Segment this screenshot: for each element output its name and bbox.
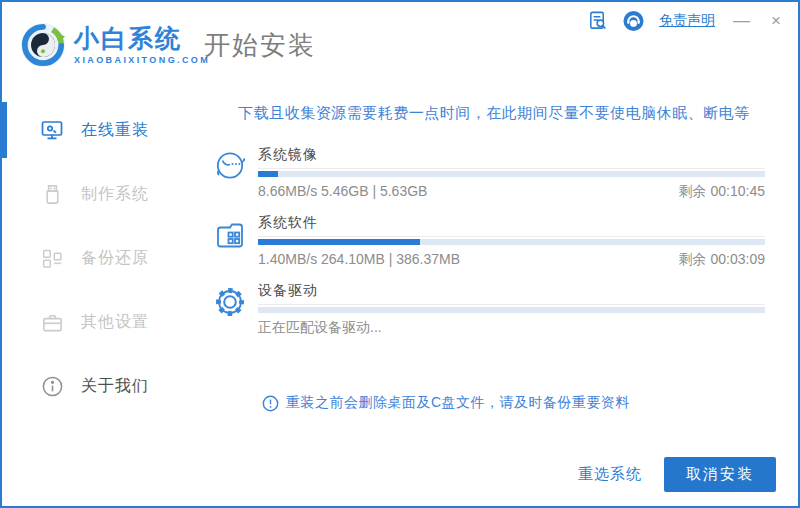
task-row-system-image: 系统镜像 8.66MB/s 5.46GB | 5.63GB 剩余 00:10:4…: [212, 146, 765, 201]
customer-service-icon[interactable]: [623, 10, 644, 31]
toolbox-icon: [40, 310, 64, 334]
header: 小白系统 XIAOBAIXITONG.COM 开始安装: [2, 2, 798, 88]
brand-domain: XIAOBAIXITONG.COM: [74, 55, 210, 65]
task-title: 系统镜像: [258, 146, 765, 164]
monitor-icon: [40, 118, 64, 142]
mascot-face-icon: [212, 148, 248, 184]
warning-text: 下载且收集资源需要耗费一点时间，在此期间尽量不要使电脑休眠、断电等: [200, 104, 788, 123]
task-row-system-software: 系统软件 1.40MB/s 264.10MB | 386.37MB 剩余 00:…: [212, 214, 765, 269]
brand-text: 小白系统 XIAOBAIXITONG.COM: [74, 25, 210, 66]
progress-bar: [258, 307, 765, 313]
sidebar-item-make-system[interactable]: 制作系统: [2, 162, 200, 226]
sidebar-item-label: 备份还原: [81, 248, 149, 269]
brand-logo-icon: [20, 22, 66, 68]
brand-name: 小白系统: [74, 25, 210, 53]
progress-bar: [258, 239, 765, 245]
usb-icon: [40, 182, 64, 206]
folder-apps-icon: [212, 216, 248, 252]
sidebar: 在线重装 制作系统: [2, 88, 200, 506]
close-button[interactable]: ×: [768, 12, 784, 29]
sidebar-item-label: 制作系统: [81, 184, 149, 205]
sidebar-item-about-us[interactable]: 关于我们: [2, 354, 200, 418]
sidebar-item-online-reinstall[interactable]: 在线重装: [2, 98, 200, 162]
task-row-device-driver: 设备驱动 正在匹配设备驱动...: [212, 282, 765, 337]
body: 在线重装 制作系统: [2, 88, 798, 506]
divider: [258, 168, 765, 169]
progress-fill: [258, 171, 278, 177]
info-icon: [40, 374, 64, 398]
brand-logo: 小白系统 XIAOBAIXITONG.COM: [2, 22, 200, 68]
notice-text: 重装之前会删除桌面及C盘文件，请及时备份重要资料: [286, 394, 630, 412]
sidebar-item-label: 关于我们: [81, 376, 149, 397]
backup-blocks-icon: [40, 246, 64, 270]
cancel-install-button[interactable]: 取消安装: [664, 457, 776, 492]
task-remaining: 剩余 00:03:09: [679, 251, 765, 269]
reselect-system-button[interactable]: 重选系统: [578, 465, 642, 484]
sidebar-item-label: 在线重装: [81, 120, 149, 141]
sidebar-item-label: 其他设置: [81, 312, 149, 333]
divider: [258, 236, 765, 237]
task-title: 设备驱动: [258, 282, 765, 300]
task-stats: 8.66MB/s 5.46GB | 5.63GB: [258, 183, 427, 201]
sidebar-item-backup-restore[interactable]: 备份还原: [2, 226, 200, 290]
backup-notice: 重装之前会删除桌面及C盘文件，请及时备份重要资料: [262, 394, 630, 412]
task-status: 正在匹配设备驱动...: [258, 319, 382, 337]
progress-bar: [258, 171, 765, 177]
page-title: 开始安装: [204, 28, 316, 63]
task-title: 系统软件: [258, 214, 765, 232]
disclaimer-link[interactable]: 免责声明: [659, 12, 715, 30]
alert-circle-icon: [262, 395, 286, 412]
main-panel: 下载且收集资源需要耗费一点时间，在此期间尽量不要使电脑休眠、断电等: [200, 88, 798, 506]
footer-actions: 重选系统 取消安装: [578, 457, 776, 492]
task-list: 系统镜像 8.66MB/s 5.46GB | 5.63GB 剩余 00:10:4…: [212, 146, 765, 350]
document-search-icon[interactable]: [587, 10, 608, 31]
minimize-button[interactable]: —: [730, 12, 753, 29]
task-stats: 1.40MB/s 264.10MB | 386.37MB: [258, 251, 460, 269]
app-window: 小白系统 XIAOBAIXITONG.COM 开始安装: [0, 0, 800, 508]
gear-icon: [212, 284, 248, 320]
header-actions: 免责声明 — ×: [587, 10, 784, 31]
sidebar-item-other-settings[interactable]: 其他设置: [2, 290, 200, 354]
task-remaining: 剩余 00:10:45: [679, 183, 765, 201]
divider: [258, 304, 765, 305]
progress-fill: [258, 239, 420, 245]
